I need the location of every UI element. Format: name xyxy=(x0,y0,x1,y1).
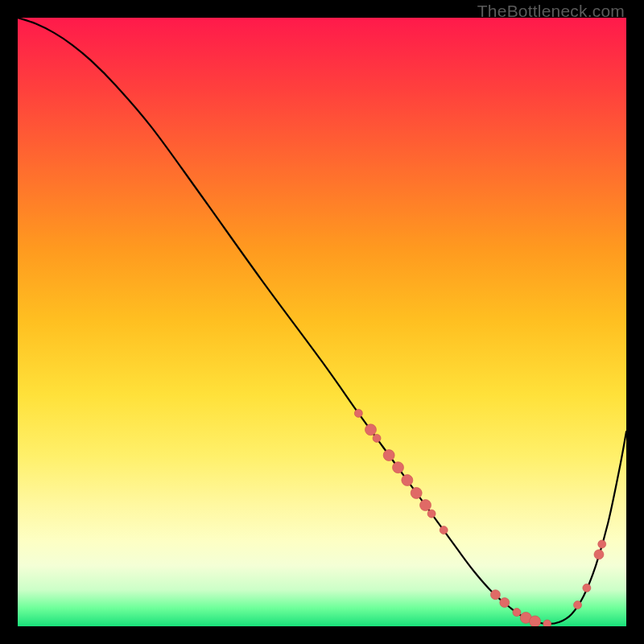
bottleneck-curve xyxy=(18,18,626,624)
marker-dot xyxy=(500,598,510,608)
chart-stage: TheBottleneck.com xyxy=(0,0,644,644)
marker-dot xyxy=(411,487,422,498)
marker-dot xyxy=(420,500,431,511)
marker-dot xyxy=(402,475,413,486)
marker-dot xyxy=(365,424,376,436)
marker-dot xyxy=(530,616,541,626)
plot-area xyxy=(18,18,626,626)
marker-dot xyxy=(427,510,436,518)
marker-dot xyxy=(513,609,521,617)
highlighted-markers xyxy=(354,409,605,626)
marker-dot xyxy=(594,550,604,559)
marker-dot xyxy=(354,409,362,417)
marker-dot xyxy=(440,526,448,535)
marker-dot xyxy=(490,590,500,600)
marker-dot xyxy=(574,601,582,609)
marker-dot xyxy=(373,434,381,442)
marker-dot xyxy=(543,620,551,626)
marker-dot xyxy=(583,584,591,592)
marker-dot xyxy=(383,450,394,461)
marker-dot xyxy=(393,462,404,473)
chart-svg xyxy=(18,18,626,626)
marker-dot xyxy=(598,540,606,548)
